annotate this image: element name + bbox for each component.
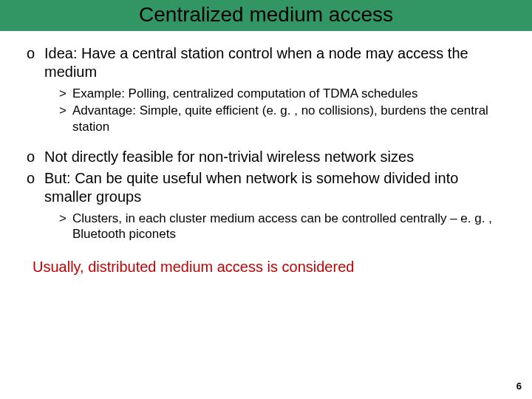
sub-text: Advantage: Simple, quite efficient (e. g… bbox=[72, 103, 505, 134]
bullet-marker: o bbox=[27, 148, 44, 166]
bullet-text: But: Can be quite useful when network is… bbox=[44, 169, 505, 206]
page-number: 6 bbox=[516, 381, 522, 392]
sub-marker: > bbox=[59, 103, 72, 134]
bullet-main: o But: Can be quite useful when network … bbox=[27, 169, 505, 206]
bullet-sub: > Clusters, in each cluster medium acces… bbox=[59, 211, 505, 242]
bullet-text: Idea: Have a central station control whe… bbox=[44, 44, 505, 81]
title-bar: Centralized medium access bbox=[0, 0, 532, 31]
bullet-sub: > Example: Polling, centralized computat… bbox=[59, 86, 505, 101]
bullet-marker: o bbox=[27, 44, 44, 81]
closing-note: Usually, distributed medium access is co… bbox=[33, 258, 505, 276]
bullet-main: o Not directly feasible for non-trivial … bbox=[27, 148, 505, 166]
sub-text: Clusters, in each cluster medium access … bbox=[72, 211, 505, 242]
bullet-main: o Idea: Have a central station control w… bbox=[27, 44, 505, 81]
sub-marker: > bbox=[59, 86, 72, 101]
sub-list: > Example: Polling, centralized computat… bbox=[59, 86, 505, 134]
bullet-marker: o bbox=[27, 169, 44, 206]
slide-body: o Idea: Have a central station control w… bbox=[0, 31, 532, 276]
sub-marker: > bbox=[59, 211, 72, 242]
sub-list: > Clusters, in each cluster medium acces… bbox=[59, 211, 505, 242]
bullet-text: Not directly feasible for non-trivial wi… bbox=[44, 148, 505, 166]
slide-title: Centralized medium access bbox=[0, 3, 532, 27]
bullet-sub: > Advantage: Simple, quite efficient (e.… bbox=[59, 103, 505, 134]
sub-text: Example: Polling, centralized computatio… bbox=[72, 86, 505, 101]
